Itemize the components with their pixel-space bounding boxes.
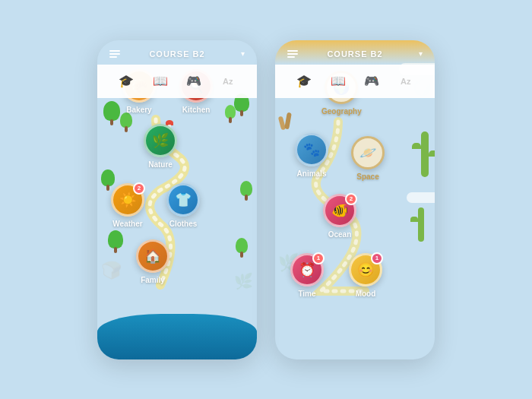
left-course-title: COURSE B2 [149, 49, 204, 59]
node-time[interactable]: ⏰ 1 Time [290, 253, 324, 298]
node-mood[interactable]: 😊 1 Mood [349, 253, 382, 298]
node-nature[interactable]: 🌿 Nature [144, 124, 177, 169]
node-weather[interactable]: ☀️ 2 Weather [111, 183, 144, 228]
left-phone: 🍞 🌿 🥐 Bakery 🍳 Kitchen [97, 40, 257, 359]
nav-game-left[interactable]: 🎮 [182, 69, 206, 93]
left-phone-header: COURSE B2 ▾ [97, 40, 257, 65]
node-space[interactable]: 🪐 Space [351, 136, 385, 181]
node-animals[interactable]: 🐾 Animals [295, 133, 328, 178]
node-family[interactable]: 🏠 Family [136, 239, 169, 284]
chevron-down-icon-right[interactable]: ▾ [419, 49, 423, 58]
nav-book-left[interactable]: 📖 [148, 69, 173, 93]
nav-game-right[interactable]: 🎮 [359, 69, 384, 93]
right-course-title: COURSE B2 [327, 49, 382, 59]
node-ocean[interactable]: 🐠 2 Ocean [323, 194, 356, 239]
hamburger-menu[interactable] [109, 50, 120, 58]
left-bottom-nav: 🎓 📖 🎮 Az [97, 65, 257, 98]
right-phone-header: COURSE B2 ▾ [275, 40, 435, 65]
right-bottom-nav: 🎓 📖 🎮 Az [275, 65, 435, 98]
right-phone: 🌿 🌍 🌍 Geography 🐾 A [275, 40, 435, 359]
nav-book-right[interactable]: 📖 [326, 69, 350, 93]
node-clothes[interactable]: 👕 Clothes [166, 183, 200, 228]
chevron-down-icon[interactable]: ▾ [241, 49, 245, 58]
nav-graduate-left[interactable]: 🎓 [114, 69, 138, 93]
hamburger-menu-right[interactable] [287, 50, 298, 58]
nav-az-left[interactable]: Az [216, 69, 240, 93]
nav-graduate-right[interactable]: 🎓 [292, 69, 316, 93]
nav-az-right[interactable]: Az [394, 69, 418, 93]
